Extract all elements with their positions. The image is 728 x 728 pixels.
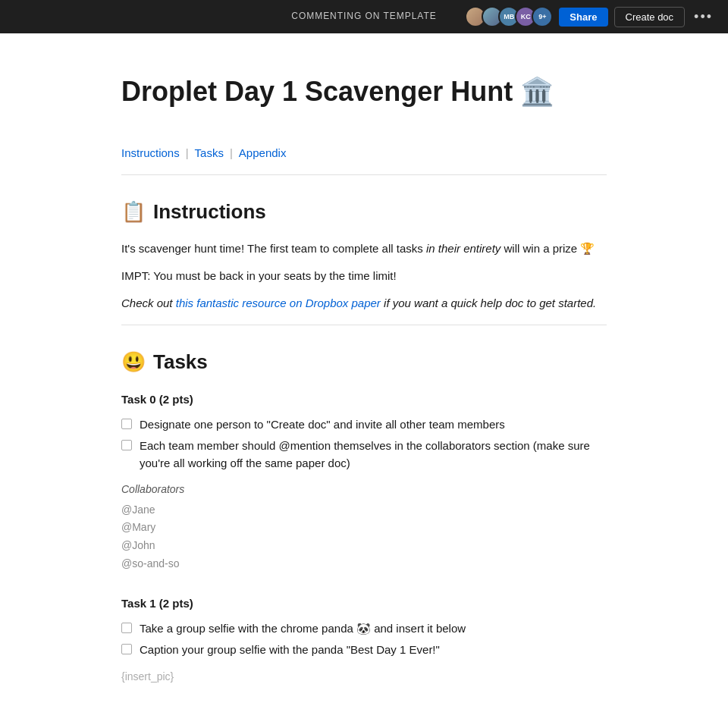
task-1-text-1: Take a group selfie with the chrome pand… [140,620,466,638]
task-group-1: Task 1 (2 pts) Take a group selfie with … [121,595,607,685]
toc-sep-2: | [230,144,233,162]
task-0-label: Task 0 (2 pts) [121,391,607,409]
tasks-heading: 😃 Tasks [121,347,607,378]
task-group-0: Task 0 (2 pts) Designate one person to "… [121,391,607,573]
instructions-para-3: Check out this fantastic resource on Dro… [121,294,607,312]
instructions-emoji: 📋 [121,196,146,228]
insert-pic-placeholder: {insert_pic} [121,668,607,685]
task-1-item-1: Take a group selfie with the chrome pand… [121,620,607,638]
divider-2 [121,325,607,325]
tasks-emoji: 😃 [121,347,146,378]
task-0-checkbox-1[interactable] [121,419,132,429]
collaborator-soandso: @so-and-so [121,555,607,573]
avatar-group: MB KC 9+ [465,6,553,27]
section-tasks: 😃 Tasks Task 0 (2 pts) Designate one per… [121,347,607,685]
doc-title-text: Droplet Day 1 Scavenger Hunt [121,70,513,114]
topbar-actions: MB KC 9+ Share Create doc ••• [465,6,716,27]
toc-link-instructions[interactable]: Instructions [121,144,180,162]
doc-title: Droplet Day 1 Scavenger Hunt 🏛️ [121,70,607,114]
collaborator-mary: @Mary [121,519,607,537]
collaborator-jane: @Jane [121,501,607,519]
dropbox-paper-link[interactable]: this fantastic resource on Dropbox paper [176,297,381,309]
task-1-item-2: Caption your group selfie with the panda… [121,642,607,659]
task-1-text-2: Caption your group selfie with the panda… [140,642,440,659]
topbar: COMMENTING ON TEMPLATE MB KC 9+ Share Cr… [0,0,728,33]
task-1-checkbox-2[interactable] [121,644,132,654]
task-0-text-1: Designate one person to "Create doc" and… [140,416,505,434]
create-doc-button[interactable]: Create doc [614,7,686,27]
task-0-text-2: Each team member should @mention themsel… [140,438,607,472]
tasks-heading-text: Tasks [153,347,208,378]
divider-1 [121,174,607,175]
collaborators-title: Collaborators [121,481,607,497]
task-1-label: Task 1 (2 pts) [121,595,607,613]
topbar-title: COMMENTING ON TEMPLATE [291,9,436,24]
instructions-heading-text: Instructions [153,196,266,228]
task-0-item-1: Designate one person to "Create doc" and… [121,416,607,434]
instructions-para-1: It's scavenger hunt time! The first team… [121,240,607,258]
doc-title-emoji: 🏛️ [520,70,554,114]
task-0-item-2: Each team member should @mention themsel… [121,438,607,472]
toc-link-tasks[interactable]: Tasks [195,144,224,162]
collaborators-block: Collaborators @Jane @Mary @John @so-and-… [121,481,607,573]
instructions-heading: 📋 Instructions [121,196,607,228]
toc: Instructions | Tasks | Appendix [121,144,607,162]
task-0-checkbox-2[interactable] [121,440,132,450]
toc-sep-1: | [186,144,189,162]
avatar-count: 9+ [532,6,553,27]
page-content: Droplet Day 1 Scavenger Hunt 🏛️ Instruct… [91,33,637,728]
collaborator-john: @John [121,537,607,555]
more-options-button[interactable]: ••• [691,9,716,25]
instructions-para-2: IMPT: You must be back in your seats by … [121,267,607,285]
share-button[interactable]: Share [559,8,607,27]
section-instructions: 📋 Instructions It's scavenger hunt time!… [121,196,607,313]
toc-link-appendix[interactable]: Appendix [239,144,287,162]
task-1-checkbox-1[interactable] [121,623,132,633]
